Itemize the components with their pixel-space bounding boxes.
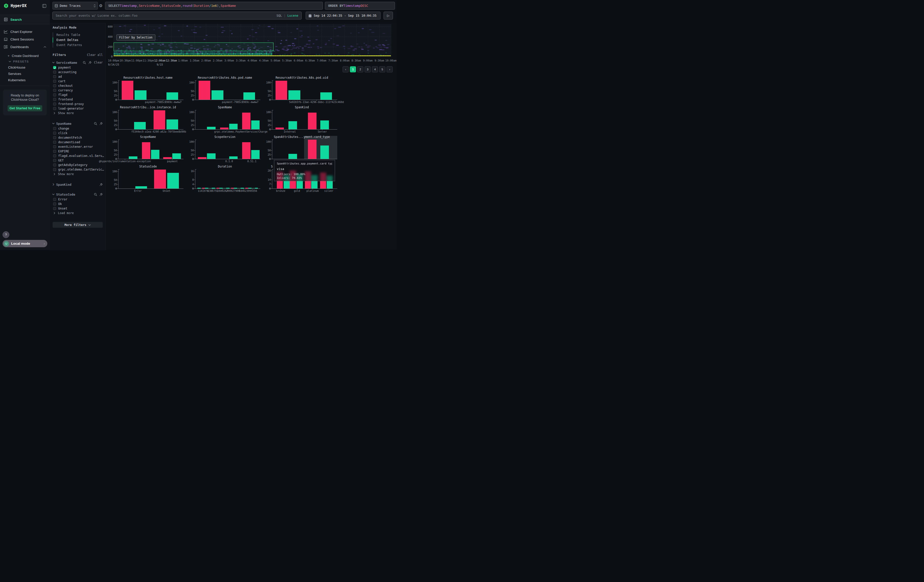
get-started-button[interactable]: Get Started for Free: [8, 105, 42, 111]
pagination-page-5[interactable]: 5: [379, 66, 385, 73]
filter-group-header-servicename[interactable]: ServiceNameClear: [52, 60, 103, 65]
presets-toggle[interactable]: PRESETS: [0, 59, 50, 64]
checkbox[interactable]: [53, 93, 56, 96]
checkbox[interactable]: [53, 168, 56, 171]
filter-option-cart[interactable]: cart: [53, 79, 105, 84]
events-heatmap[interactable]: 6004002000Filter by Selection10:00pm10:3…: [106, 23, 397, 66]
filter-option-unset[interactable]: Unset: [53, 206, 105, 211]
filter-option-eventlistener-error[interactable]: eventListener.error: [53, 145, 105, 149]
checkbox[interactable]: [53, 127, 56, 130]
filter-group-header-statuscode[interactable]: StatusCode: [52, 191, 103, 197]
mini-chart-5[interactable]: SpanKind10050250InternalServer: [264, 106, 339, 135]
clear-all-button[interactable]: Clear all: [87, 53, 103, 57]
lang-toggle-lucene[interactable]: Lucene: [287, 14, 298, 18]
pagination-page-4[interactable]: 4: [372, 66, 378, 73]
pagination-prev[interactable]: ‹: [343, 66, 349, 73]
local-mode-button[interactable]: U Local mode ›: [3, 240, 47, 247]
sidebar-item-chart-explorer[interactable]: Chart Explorer: [0, 28, 50, 35]
mini-chart-6[interactable]: ScopeName10050250@hyperdx/instrumentatio…: [111, 135, 185, 165]
checkbox[interactable]: [53, 89, 56, 92]
filter-option-expire[interactable]: EXPIRE: [53, 149, 105, 153]
sidebar-item-services[interactable]: Services: [0, 71, 50, 77]
create-dashboard-button[interactable]: + Create Dashboard: [0, 53, 50, 59]
show-more-button[interactable]: Show more: [53, 111, 105, 115]
filter-option-flagd-evaluation-v1-serv-[interactable]: flagd.evaluation.v1.Serv…: [53, 153, 105, 158]
pin-icon[interactable]: [99, 183, 103, 186]
pin-icon[interactable]: [99, 193, 103, 196]
checkbox[interactable]: [53, 66, 56, 69]
checkbox[interactable]: [53, 203, 56, 206]
search-icon[interactable]: [94, 122, 97, 125]
source-select[interactable]: Demo Traces: [52, 2, 98, 10]
filter-group-header-spanname[interactable]: SpanName: [52, 121, 103, 126]
checkbox[interactable]: [53, 141, 56, 144]
show-more-button[interactable]: Show more: [53, 172, 105, 176]
mini-chart-0[interactable]: ResourceAttributes.host.name10050250paym…: [111, 76, 185, 106]
sidebar-item-clickhouse[interactable]: ClickHouse: [0, 64, 50, 71]
analysis-mode-event-deltas[interactable]: Event Deltas: [53, 38, 105, 43]
filter-option-accounting[interactable]: accounting: [53, 70, 105, 74]
checkbox[interactable]: [53, 136, 56, 139]
run-query-button[interactable]: ▷: [384, 12, 393, 20]
checkbox[interactable]: [53, 84, 56, 87]
mini-chart-10[interactable]: Duration16840114197813867921600267200027…: [188, 165, 262, 195]
checkbox[interactable]: [53, 75, 56, 78]
order-by-input[interactable]: ORDER BY Timestamp DESC: [325, 2, 395, 10]
checkbox[interactable]: [53, 80, 56, 83]
checkbox[interactable]: [53, 132, 56, 135]
analysis-mode-event-patterns[interactable]: Event Patterns: [53, 43, 105, 48]
mini-chart-1[interactable]: ResourceAttributes.k8s.pod.name10050250p…: [188, 76, 262, 106]
sidebar-item-search[interactable]: Search: [0, 15, 50, 24]
filter-option-click[interactable]: click: [53, 131, 105, 135]
date-range-picker[interactable]: Sep 14 22:04:35 - Sep 15 10:04:35: [306, 12, 381, 20]
checkbox[interactable]: [53, 163, 56, 167]
mini-chart-2[interactable]: ResourceAttributes.k8s.pod.uid100502505e…: [264, 76, 339, 106]
filter-option-frontend[interactable]: frontend: [53, 97, 105, 102]
mini-chart-4[interactable]: SpanName10050250grpc.oteldemo.PaymentSer…: [188, 106, 262, 135]
filter-option-error[interactable]: Error: [53, 197, 105, 202]
checkbox[interactable]: [53, 107, 56, 110]
clear-filter-button[interactable]: Clear: [94, 61, 103, 64]
pagination-next[interactable]: ›: [387, 66, 393, 73]
mini-chart-7[interactable]: ScopeVersion100502500.1.00.51.1: [188, 135, 262, 165]
checkbox[interactable]: [53, 154, 56, 157]
mini-chart-8[interactable]: SpanAttributes...yment.card_type10050250: [264, 135, 339, 165]
lang-toggle-sql[interactable]: SQL: [277, 14, 282, 18]
sidebar-item-dashboards[interactable]: Dashboards: [0, 43, 50, 51]
filter-option-flagd[interactable]: flagd: [53, 92, 105, 97]
checkbox[interactable]: [53, 207, 56, 210]
pagination-page-2[interactable]: 2: [357, 66, 363, 73]
checkbox[interactable]: [53, 71, 56, 74]
pagination-page-1[interactable]: 1: [350, 66, 356, 73]
help-button[interactable]: ?: [3, 231, 9, 238]
analysis-mode-results-table[interactable]: Results Table: [53, 32, 105, 38]
gear-icon[interactable]: ⚙: [99, 3, 102, 8]
sql-select-input[interactable]: SELECT Timestamp, ServiceName, StatusCod…: [105, 2, 323, 10]
pin-icon[interactable]: [99, 122, 103, 125]
filter-option-get[interactable]: GET: [53, 158, 105, 163]
pin-icon[interactable]: [88, 61, 92, 64]
checkbox[interactable]: [53, 102, 56, 106]
filter-option-change[interactable]: change: [53, 126, 105, 131]
filter-option-documentload[interactable]: documentLoad: [53, 140, 105, 145]
sidebar-item-client-sessions[interactable]: Client Sessions: [0, 35, 50, 43]
pagination-page-3[interactable]: 3: [365, 66, 371, 73]
sidebar-item-kubernetes[interactable]: Kubernetes: [0, 77, 50, 83]
filter-group-header-spankind[interactable]: SpanKind: [52, 182, 103, 187]
mini-chart-11[interactable]: S281470bronzegoldplatinumsilver: [264, 165, 339, 195]
mini-chart-9[interactable]: StatusCode10050250ErrorUnset: [111, 165, 185, 195]
filter-option-load-generator[interactable]: load-generator: [53, 106, 105, 111]
filter-option-getadsbycategory[interactable]: getAdsByCategory: [53, 163, 105, 167]
checkbox[interactable]: [53, 198, 56, 201]
search-icon[interactable]: [83, 61, 86, 64]
checkbox[interactable]: [53, 159, 56, 162]
checkbox[interactable]: [53, 98, 56, 101]
more-filters-button[interactable]: More filters: [53, 222, 103, 228]
filter-option-frontend-proxy[interactable]: frontend-proxy: [53, 102, 105, 106]
heatmap-plot[interactable]: Filter by Selection: [114, 24, 391, 56]
filter-option-currency[interactable]: currency: [53, 88, 105, 92]
filter-option-ok[interactable]: Ok: [53, 202, 105, 206]
filter-option-documentfetch[interactable]: documentFetch: [53, 135, 105, 140]
heatmap-selection[interactable]: [114, 43, 274, 51]
mini-chart-3[interactable]: ResourceAttribu..ice.instance.id10050250…: [111, 106, 185, 135]
